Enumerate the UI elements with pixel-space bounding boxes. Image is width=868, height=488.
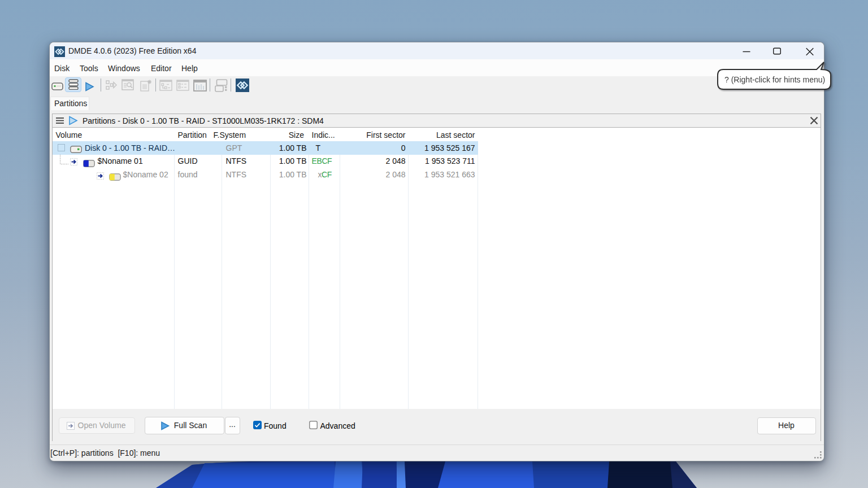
svg-text:? (Right-click for hints menu): ? (Right-click for hints menu) [724, 75, 825, 84]
